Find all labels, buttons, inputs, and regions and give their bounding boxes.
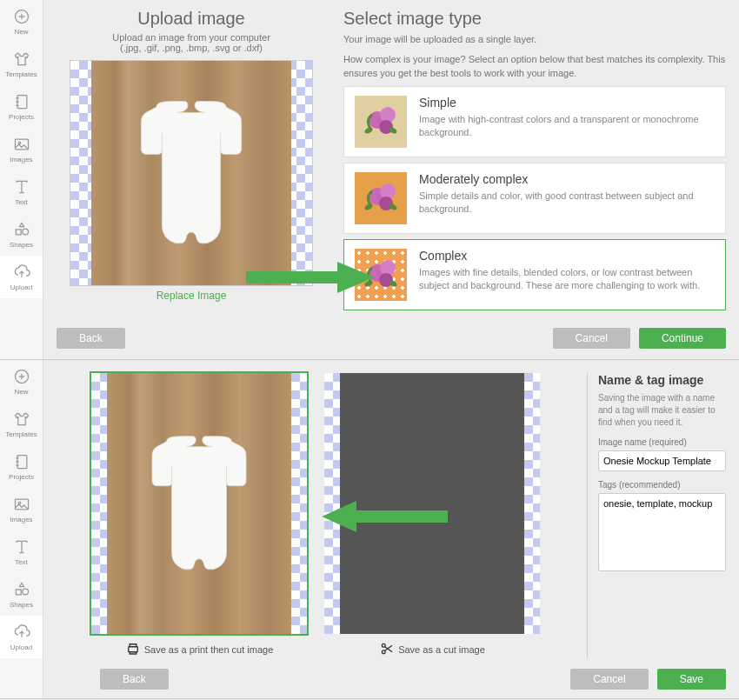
sidebar-label: Text [15, 198, 28, 206]
sidebar-label: Shapes [10, 601, 33, 609]
option-title: Moderately complex [419, 172, 715, 186]
sidebar-item-new[interactable]: New [0, 0, 43, 43]
sidebar-item-shapes[interactable]: Shapes [0, 213, 43, 256]
notebook-icon [12, 92, 31, 111]
sidebar-item-templates[interactable]: Templates [0, 43, 43, 85]
cut-label: Save as a cut image [398, 644, 485, 655]
image-name-input[interactable] [598, 450, 726, 471]
sidebar-item-new[interactable]: New [0, 360, 43, 403]
sidebar-label: Images [10, 156, 32, 163]
print-cut-icon [125, 641, 141, 658]
upload-preview [70, 60, 313, 286]
sidebar-label: Templates [5, 430, 37, 438]
option-title: Simple [419, 96, 715, 110]
upload-icon [12, 263, 31, 282]
upload-title: Upload image [57, 9, 326, 29]
replace-image-link[interactable]: Replace Image [57, 290, 326, 302]
shapes-icon [12, 580, 31, 599]
panel-hint: Saving the image with a name and a tag w… [598, 392, 726, 429]
option-cut[interactable]: Save as a cut image [324, 373, 540, 658]
tags-label: Tags (recommended) [598, 480, 726, 490]
option-complex[interactable]: Complex Images with fine details, blende… [343, 239, 726, 310]
sidebar-item-images[interactable]: Images [0, 128, 43, 170]
option-simple[interactable]: Simple Image with high-contrast colors a… [343, 86, 726, 157]
sidebar-label: Projects [9, 113, 34, 121]
text-icon [12, 537, 31, 557]
sidebar-item-shapes[interactable]: Shapes [0, 573, 43, 616]
flower-simple-icon [355, 96, 407, 148]
option-title: Complex [419, 249, 715, 263]
scissors-icon [379, 641, 395, 658]
upload-subtitle: Upload an image from your computer [57, 32, 326, 43]
sidebar-item-text[interactable]: Text [0, 170, 43, 213]
option-desc: Images with fine details, blended colors… [419, 266, 715, 294]
sidebar-item-projects[interactable]: Projects [0, 85, 43, 128]
plus-circle-icon [12, 367, 31, 386]
shapes-icon [12, 220, 31, 239]
svg-point-29 [383, 650, 386, 653]
sidebar-item-projects[interactable]: Projects [0, 445, 43, 488]
sidebar: New Templates Projects Images Text Shape… [0, 360, 43, 698]
sidebar: New Templates Projects Images Text Shape… [0, 0, 43, 359]
onesie-preview-icon [122, 82, 261, 264]
svg-point-26 [22, 589, 28, 595]
upload-formats: (.jpg, .gif, .png, .bmp, .svg or .dxf) [57, 43, 326, 53]
svg-point-15 [22, 229, 28, 235]
sidebar-label: Text [15, 558, 28, 566]
option-print-then-cut[interactable]: Save as a print then cut image [91, 373, 307, 658]
svg-rect-27 [128, 646, 137, 651]
tags-input[interactable] [598, 493, 726, 571]
flower-moderate-icon [355, 172, 407, 224]
image-icon [12, 135, 31, 154]
flower-complex-icon [355, 249, 407, 301]
option-desc: Image with high-contrast colors and a tr… [419, 113, 715, 141]
sidebar-item-upload[interactable]: Upload [0, 256, 43, 298]
image-name-label: Image name (required) [598, 437, 726, 447]
svg-rect-25 [16, 590, 21, 595]
name-tag-panel: Name & tag image Saving the image with a… [587, 373, 726, 658]
sidebar-label: Upload [10, 283, 32, 291]
image-icon [12, 495, 31, 514]
sidebar-item-templates[interactable]: Templates [0, 403, 43, 445]
sidebar-label: Templates [5, 70, 37, 78]
option-desc: Simple details and color, with good cont… [419, 190, 715, 217]
back-button[interactable]: Back [57, 328, 125, 349]
print-cut-label: Save as a print then cut image [144, 644, 274, 655]
continue-button[interactable]: Continue [639, 328, 726, 349]
option-moderate[interactable]: Moderately complex Simple details and co… [343, 163, 726, 234]
back-button[interactable]: Back [100, 669, 169, 690]
notebook-icon [12, 452, 31, 471]
sidebar-label: Shapes [10, 241, 33, 249]
cancel-button[interactable]: Cancel [570, 669, 648, 690]
svg-point-28 [383, 643, 386, 647]
sidebar-label: Upload [10, 643, 32, 651]
svg-rect-14 [16, 230, 21, 235]
select-type-title: Select image type [343, 9, 726, 29]
upload-icon [12, 623, 31, 642]
select-type-line2: How complex is your image? Select an opt… [343, 52, 726, 81]
text-icon [12, 177, 31, 197]
save-button[interactable]: Save [657, 669, 726, 690]
shirt-icon [12, 410, 31, 429]
sidebar-item-upload[interactable]: Upload [0, 616, 43, 658]
sidebar-item-text[interactable]: Text [0, 530, 43, 573]
cancel-button[interactable]: Cancel [553, 328, 630, 349]
sidebar-label: Images [10, 516, 32, 523]
sidebar-label: New [14, 28, 28, 36]
sidebar-label: New [14, 388, 28, 396]
sidebar-label: Projects [9, 473, 34, 481]
plus-circle-icon [12, 7, 31, 26]
shirt-icon [12, 50, 31, 69]
select-type-line1: Your image will be uploaded as a single … [343, 32, 726, 47]
sidebar-item-images[interactable]: Images [0, 488, 43, 530]
panel-title: Name & tag image [598, 373, 726, 387]
